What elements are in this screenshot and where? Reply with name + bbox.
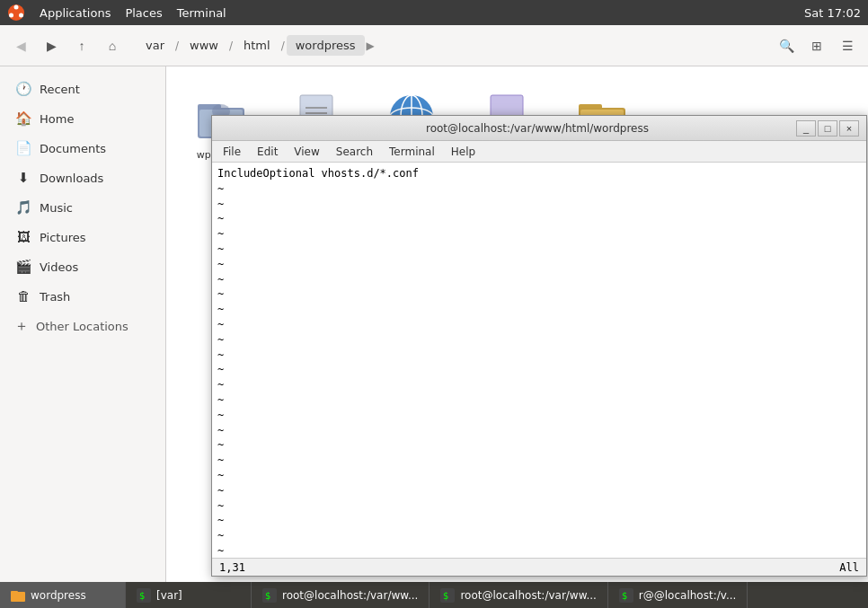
sidebar-item-documents[interactable]: 📄 Documents [4, 134, 162, 163]
terminal-line-16: ~ [217, 408, 861, 423]
topbar-left: Applications Places Terminal [7, 4, 226, 22]
sidebar-other-locations[interactable]: ＋ Other Locations [4, 312, 162, 341]
forward-icon: ▶ [47, 39, 57, 53]
terminal-line-12: ~ [217, 348, 861, 363]
sidebar-item-trash[interactable]: 🗑 Trash [4, 282, 162, 311]
places-menu[interactable]: Places [125, 6, 162, 20]
fm-toolbar: ◀ ▶ ↑ ⌂ var / www / html / wordpress ▶ 🔍… [0, 25, 868, 66]
terminal-window-buttons: _ □ × [796, 120, 859, 137]
search-button[interactable]: 🔍 [773, 32, 800, 59]
svg-point-1 [14, 5, 19, 10]
search-menu[interactable]: Search [329, 144, 380, 160]
terminal-line-8: ~ [217, 286, 861, 302]
sidebar-trash-label: Trash [40, 290, 70, 304]
folder-taskbar-icon [11, 588, 25, 603]
list-view-button[interactable]: ⊞ [803, 32, 830, 59]
applications-menu[interactable]: Applications [40, 6, 111, 20]
terminal-taskbar-icon-4: $ [619, 588, 633, 603]
terminal-line-15: ~ [217, 392, 861, 408]
home-button[interactable]: ⌂ [99, 32, 126, 59]
terminal-line-10: ~ [217, 317, 861, 332]
topbar: Applications Places Terminal Sat 17:02 [0, 0, 868, 25]
terminal-line-7: ~ [217, 272, 861, 287]
sidebar-item-pictures[interactable]: 🖼 Pictures [4, 223, 162, 251]
recent-icon: 🕐 [14, 80, 32, 98]
sidebar-item-videos[interactable]: 🎬 Videos [4, 252, 162, 281]
sidebar-item-home[interactable]: 🏠 Home [4, 104, 162, 133]
breadcrumb-arrow: ▶ [365, 40, 376, 52]
taskbar-item-root2[interactable]: $ root@localhost:/var/ww... [430, 582, 607, 608]
terminal-line-21: ~ [217, 483, 861, 498]
up-button[interactable]: ↑ [68, 32, 95, 59]
sidebar-recent-label: Recent [40, 83, 80, 96]
breadcrumb-wordpress[interactable]: wordpress [287, 35, 365, 56]
sidebar-downloads-label: Downloads [40, 172, 103, 185]
ubuntu-logo-icon [7, 4, 25, 22]
search-icon: 🔍 [779, 39, 794, 53]
terminal-title: root@localhost:/var/www/html/wordpress [279, 122, 796, 135]
back-icon: ◀ [16, 39, 26, 53]
minimize-button[interactable]: _ [796, 120, 816, 137]
breadcrumb-sep2: / [227, 40, 235, 52]
terminal-scroll-pos: All [839, 561, 859, 574]
downloads-icon: ⬇ [14, 169, 32, 187]
edit-menu[interactable]: Edit [250, 144, 285, 160]
terminal-menu[interactable]: Terminal [177, 6, 226, 20]
taskbar-wordpress-label: wordpress [31, 589, 86, 602]
file-menu[interactable]: File [216, 144, 248, 160]
terminal-line-2: ~ [217, 197, 861, 212]
taskbar-item-var[interactable]: $ [var] [126, 582, 252, 608]
terminal-window: root@localhost:/var/www/html/wordpress _… [211, 115, 867, 577]
terminal-body[interactable]: IncludeOptional vhosts.d/*.conf ~ ~ ~ ~ … [212, 163, 866, 558]
svg-rect-27 [11, 591, 18, 594]
terminal-line-13: ~ [217, 362, 861, 377]
breadcrumb-www[interactable]: www [181, 35, 227, 56]
pictures-icon: 🖼 [14, 228, 32, 246]
sidebar-music-label: Music [40, 201, 73, 215]
menu-button[interactable]: ☰ [834, 32, 861, 59]
add-icon: ＋ [14, 317, 29, 336]
sidebar-item-recent[interactable]: 🕐 Recent [4, 75, 162, 103]
view-menu[interactable]: View [287, 144, 326, 160]
close-button[interactable]: × [839, 120, 859, 137]
terminal-line-0: IncludeOptional vhosts.d/*.conf [217, 166, 861, 181]
breadcrumb-var[interactable]: var [137, 35, 173, 56]
svg-text:$: $ [139, 591, 145, 601]
sidebar-item-music[interactable]: 🎵 Music [4, 193, 162, 222]
terminal-line-19: ~ [217, 453, 861, 468]
svg-point-2 [19, 13, 23, 18]
forward-button[interactable]: ▶ [38, 32, 65, 59]
terminal-taskbar-icon-3: $ [440, 588, 455, 603]
maximize-button[interactable]: □ [818, 120, 837, 137]
taskbar-item-root1[interactable]: $ root@localhost:/var/ww... [252, 582, 430, 608]
sidebar-videos-label: Videos [40, 260, 78, 274]
taskbar-root1-label: root@localhost:/var/ww... [282, 589, 418, 602]
sidebar-other-locations-label: Other Locations [36, 320, 128, 333]
trash-icon: 🗑 [14, 287, 32, 305]
taskbar-root2-label: root@localhost:/var/ww... [460, 589, 596, 602]
taskbar-var-label: [var] [156, 589, 182, 602]
sidebar-item-downloads[interactable]: ⬇ Downloads [4, 163, 162, 192]
taskbar: wordpress $ [var] $ root@localhost:/var/… [0, 582, 868, 608]
terminal-taskbar-icon-1: $ [137, 588, 151, 603]
terminal-line-18: ~ [217, 437, 861, 453]
taskbar-item-wordpress[interactable]: wordpress [0, 582, 126, 608]
breadcrumb-html[interactable]: html [235, 35, 279, 56]
terminal-menu-item[interactable]: Terminal [382, 144, 442, 160]
videos-icon: 🎬 [14, 258, 32, 276]
help-menu[interactable]: Help [444, 144, 483, 160]
back-button[interactable]: ◀ [7, 32, 34, 59]
terminal-line-3: ~ [217, 211, 861, 226]
sidebar-home-label: Home [40, 112, 74, 126]
terminal-line-5: ~ [217, 242, 861, 257]
taskbar-item-root3[interactable]: $ r@@localhost:/v... [608, 582, 748, 608]
breadcrumb-sep1: / [173, 40, 181, 52]
breadcrumb-sep3: / [279, 40, 287, 52]
sidebar: 🕐 Recent 🏠 Home 📄 Documents ⬇ Downloads … [0, 66, 166, 582]
terminal-titlebar: root@localhost:/var/www/html/wordpress _… [212, 116, 866, 141]
svg-text:$: $ [443, 591, 448, 601]
home-icon: ⌂ [109, 39, 116, 53]
home-icon: 🏠 [14, 110, 32, 128]
taskbar-root3-label: r@@localhost:/v... [639, 589, 737, 602]
terminal-cursor-pos: 1,31 [219, 561, 245, 574]
